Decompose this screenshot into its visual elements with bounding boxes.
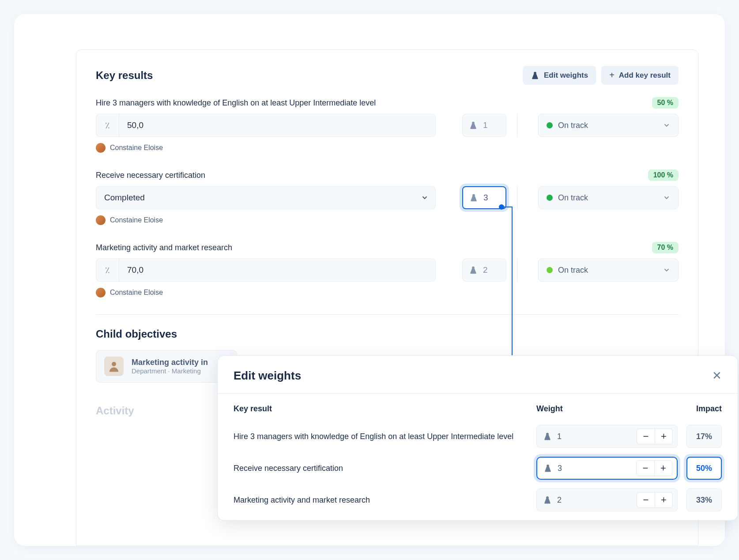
avatar (96, 215, 106, 225)
plus-icon: + (609, 70, 615, 80)
chevron-down-icon (663, 194, 670, 201)
status-dot-icon (547, 267, 553, 273)
impact-value: 17% (686, 425, 722, 448)
impact-value: 33% (686, 489, 722, 511)
modal-table-header: Key result Weight Impact (234, 402, 722, 421)
status-text: On track (558, 193, 588, 203)
key-result: Marketing activity and market research 7… (96, 242, 679, 297)
modal-title: Edit weights (234, 369, 301, 383)
status-text: On track (558, 266, 588, 275)
modal-row: Receive necessary certification 3 − + 50… (234, 452, 722, 484)
value-text: Completed (96, 193, 421, 203)
weight-icon (543, 432, 552, 440)
chevron-down-icon (663, 267, 670, 274)
weight-value: 3 (483, 193, 488, 203)
col-key-result: Key result (234, 404, 536, 413)
key-result: Receive necessary certification 100 % Co… (96, 169, 679, 225)
key-result-title: Receive necessary certification (96, 171, 205, 180)
divider (517, 186, 517, 209)
weight-stepper[interactable]: 1 − + (536, 425, 678, 448)
value-text: 70,0 (119, 265, 435, 275)
owner-name: Constaine Eloise (110, 216, 163, 224)
header-buttons: Edit weights + Add key result (523, 66, 679, 85)
percent-badge: 50 % (652, 97, 679, 109)
section-title: Key results (96, 69, 153, 82)
modal-row: Hire 3 managers with knowledge of Englis… (234, 421, 722, 452)
key-result-title: Marketing activity and market research (96, 243, 232, 252)
weight-icon (543, 464, 552, 472)
modal-header: Edit weights ✕ (234, 369, 722, 383)
weight-icon (469, 194, 478, 202)
key-results-header: Key results Edit weights + Add key resul… (96, 66, 679, 85)
edit-weights-modal: Edit weights ✕ Key result Weight Impact … (217, 355, 738, 521)
child-title: Marketing activity in (132, 358, 208, 367)
weight-stepper[interactable]: 3 − + (536, 457, 678, 480)
add-key-result-button[interactable]: + Add key result (601, 66, 679, 85)
plus-button[interactable]: + (654, 461, 672, 476)
row-name: Receive necessary certification (234, 462, 536, 474)
weight-value: 3 (558, 464, 562, 473)
value-input[interactable]: ٪ 70,0 (96, 259, 436, 282)
status-select[interactable]: On track (538, 186, 679, 209)
weight-icon (469, 121, 478, 129)
plus-button[interactable]: + (655, 492, 672, 507)
chevron-down-icon (663, 122, 670, 129)
weight-icon (543, 496, 552, 504)
value-input[interactable]: ٪ 50,0 (96, 114, 436, 137)
owner-name: Constaine Eloise (110, 289, 163, 297)
modal-divider (218, 393, 738, 394)
add-key-result-label: Add key result (619, 71, 671, 80)
status-select[interactable]: On track (538, 259, 679, 282)
status-text: On track (558, 121, 588, 130)
plus-button[interactable]: + (655, 429, 672, 444)
modal-row: Marketing activity and market research 2… (234, 484, 722, 516)
modal-rows: Hire 3 managers with knowledge of Englis… (234, 421, 722, 516)
close-icon[interactable]: ✕ (712, 369, 722, 383)
weight-box[interactable]: 2 (462, 259, 506, 282)
percent-icon: ٪ (96, 259, 119, 281)
percent-badge: 70 % (652, 242, 679, 253)
weight-icon (531, 71, 539, 79)
weight-value: 2 (557, 496, 562, 505)
svg-point-0 (112, 362, 116, 366)
key-result-title: Hire 3 managers with knowledge of Englis… (96, 98, 376, 108)
child-objectives-title: Child objectives (96, 328, 679, 340)
weight-stepper[interactable]: 2 − + (536, 489, 678, 511)
child-info: Marketing activity in Department · Marke… (132, 358, 208, 375)
child-objective-card[interactable]: Marketing activity in Department · Marke… (96, 350, 237, 383)
weight-value: 1 (483, 120, 488, 130)
avatar (104, 357, 124, 376)
key-result: Hire 3 managers with knowledge of Englis… (96, 97, 679, 153)
avatar (96, 288, 106, 297)
key-results-list: Hire 3 managers with knowledge of Englis… (96, 97, 679, 297)
col-weight: Weight (536, 404, 678, 413)
weight-box[interactable]: 1 (462, 114, 506, 137)
col-impact: Impact (678, 404, 722, 413)
divider (517, 114, 517, 137)
weight-icon (469, 266, 478, 274)
minus-button[interactable]: − (637, 461, 654, 476)
minus-button[interactable]: − (637, 429, 655, 444)
avatar (96, 143, 106, 153)
percent-badge: 100 % (648, 169, 679, 181)
child-subtitle: Department · Marketing (132, 367, 208, 375)
value-select[interactable]: Completed (96, 186, 436, 209)
edit-weights-button[interactable]: Edit weights (523, 66, 596, 85)
minus-button[interactable]: − (637, 492, 655, 507)
percent-icon: ٪ (96, 114, 119, 136)
connector-dot (499, 204, 504, 210)
owner-name: Constaine Eloise (110, 144, 163, 152)
row-name: Hire 3 managers with knowledge of Englis… (234, 431, 536, 442)
weight-value: 2 (483, 265, 488, 275)
divider (517, 259, 517, 282)
status-select[interactable]: On track (538, 114, 679, 137)
status-dot-icon (547, 195, 553, 201)
weight-value: 1 (557, 432, 562, 441)
edit-weights-label: Edit weights (544, 71, 588, 80)
row-name: Marketing activity and market research (234, 494, 536, 506)
status-dot-icon (547, 122, 553, 128)
value-text: 50,0 (119, 120, 435, 130)
impact-value: 50% (686, 457, 722, 480)
